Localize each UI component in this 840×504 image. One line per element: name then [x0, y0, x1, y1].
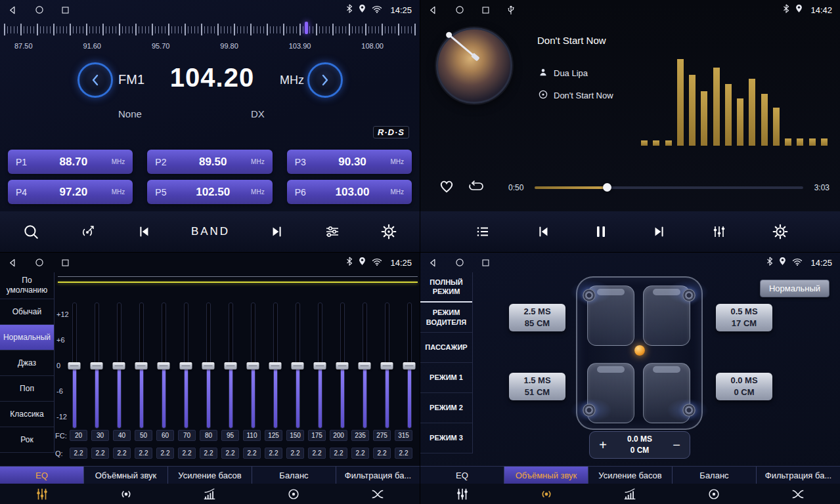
eq-band-slider[interactable]	[292, 303, 303, 429]
next-icon[interactable]	[652, 224, 667, 239]
audio-tab[interactable]: Объёмный звук	[504, 467, 588, 484]
q-value-cell[interactable]: 2.2	[373, 448, 391, 459]
preset-button[interactable]: P2 89.50 MHz	[147, 150, 272, 174]
eq-band-slider[interactable]	[91, 303, 102, 429]
recents-icon[interactable]	[481, 6, 490, 14]
audio-tab[interactable]: Объёмный звук	[84, 467, 168, 484]
eq-band-slider[interactable]	[225, 303, 236, 429]
eq-slider-handle[interactable]	[381, 362, 393, 369]
eq-band-slider[interactable]	[314, 303, 326, 429]
eq-sliders-icon[interactable]	[420, 484, 504, 504]
eq-preset-item[interactable]: По умолчанию	[0, 272, 54, 299]
fc-value-cell[interactable]: 40	[113, 430, 131, 441]
q-value-cell[interactable]: 2.2	[200, 448, 217, 459]
eq-band-slider[interactable]	[403, 303, 415, 429]
preset-button[interactable]: P5 102.50 MHz	[147, 180, 272, 204]
eq-slider-handle[interactable]	[202, 362, 215, 369]
playlist-icon[interactable]	[474, 224, 491, 240]
home-icon[interactable]	[455, 258, 464, 267]
eq-band-slider[interactable]	[113, 303, 125, 429]
eq-band-slider[interactable]	[135, 303, 147, 429]
eq-sliders-icon[interactable]	[0, 484, 84, 504]
bass-boost-icon[interactable]	[168, 484, 252, 504]
gear-icon[interactable]	[380, 223, 397, 240]
audio-tab[interactable]: Баланс	[673, 467, 757, 484]
bass-boost-icon[interactable]	[588, 484, 673, 504]
eq-slider-handle[interactable]	[91, 362, 103, 369]
eq-slider-handle[interactable]	[247, 362, 259, 369]
fc-value-cell[interactable]: 175	[308, 430, 326, 441]
preset-button[interactable]: P4 97.20 MHz	[8, 180, 133, 204]
frequency-ruler[interactable]	[0, 24, 420, 37]
fc-value-cell[interactable]: 125	[265, 430, 282, 441]
eq-slider-handle[interactable]	[336, 362, 349, 369]
filter-icon[interactable]	[756, 484, 840, 504]
gear-icon[interactable]	[772, 223, 789, 240]
eq-slider-handle[interactable]	[314, 362, 326, 369]
decrease-delay-button[interactable]: −	[663, 432, 690, 458]
eq-slider-handle[interactable]	[269, 362, 282, 369]
favorite-heart-icon[interactable]	[437, 177, 456, 197]
listening-position-marker[interactable]	[634, 345, 645, 356]
eq-slider-handle[interactable]	[292, 362, 304, 369]
eq-slider-handle[interactable]	[113, 362, 125, 369]
fc-value-cell[interactable]: 80	[200, 430, 217, 441]
fc-value-cell[interactable]: 95	[221, 430, 239, 441]
eq-preset-item[interactable]: Рок	[0, 427, 54, 453]
back-icon[interactable]	[428, 258, 438, 268]
surround-sound-icon[interactable]	[504, 484, 588, 504]
q-value-cell[interactable]: 2.2	[308, 448, 326, 459]
eq-preset-item[interactable]: Обычай	[0, 299, 54, 325]
eq-band-slider[interactable]	[247, 303, 259, 429]
eq-band-slider[interactable]	[158, 303, 169, 429]
back-icon[interactable]	[8, 258, 18, 268]
q-value-cell[interactable]: 2.2	[286, 448, 304, 459]
eq-preset-item[interactable]: Нормальный	[0, 325, 54, 350]
q-value-cell[interactable]: 2.2	[156, 448, 174, 459]
q-value-cell[interactable]: 2.2	[113, 448, 131, 459]
progress-knob[interactable]	[603, 183, 611, 192]
eq-band-slider[interactable]	[336, 303, 348, 429]
fc-value-cell[interactable]: 50	[135, 430, 152, 441]
fc-value-cell[interactable]: 70	[178, 430, 196, 441]
back-icon[interactable]	[428, 5, 438, 15]
home-icon[interactable]	[35, 5, 44, 14]
back-icon[interactable]	[8, 5, 18, 15]
tune-up-button[interactable]	[307, 62, 343, 98]
surround-sound-icon[interactable]	[84, 484, 168, 504]
fc-value-cell[interactable]: 200	[330, 430, 347, 441]
previous-icon[interactable]	[136, 224, 152, 239]
eq-slider-handle[interactable]	[68, 362, 81, 369]
fc-value-cell[interactable]: 60	[156, 430, 174, 441]
filter-icon[interactable]	[336, 484, 420, 504]
q-value-cell[interactable]: 2.2	[135, 448, 152, 459]
recents-icon[interactable]	[61, 259, 70, 267]
q-value-cell[interactable]: 2.2	[243, 448, 261, 459]
eq-slider-handle[interactable]	[180, 362, 192, 369]
fc-value-cell[interactable]: 20	[70, 430, 87, 441]
eq-slider-handle[interactable]	[403, 362, 416, 369]
delay-front-right-button[interactable]: 0.5 MS 17 CM	[716, 304, 772, 331]
eq-band-slider[interactable]	[202, 303, 214, 429]
q-value-cell[interactable]: 2.2	[70, 448, 87, 459]
q-value-cell[interactable]: 2.2	[178, 448, 196, 459]
eq-band-slider[interactable]	[180, 303, 192, 429]
audio-tab[interactable]: Усиление басов	[168, 467, 252, 484]
eq-slider-handle[interactable]	[158, 362, 170, 369]
preset-button[interactable]: P1 88.70 MHz	[8, 150, 133, 174]
eq-preset-item[interactable]: Классика	[0, 402, 54, 427]
mixer-icon[interactable]	[711, 224, 728, 240]
preset-button[interactable]: P6 103.00 MHz	[287, 180, 412, 204]
eq-slider-handle[interactable]	[225, 362, 237, 369]
delay-rear-right-button[interactable]: 0.0 MS 0 CM	[716, 373, 772, 400]
q-value-cell[interactable]: 2.2	[91, 448, 109, 459]
balance-icon[interactable]	[252, 484, 336, 504]
q-value-cell[interactable]: 2.2	[351, 448, 369, 459]
eq-preset-item[interactable]: Джаз	[0, 350, 54, 376]
fc-value-cell[interactable]: 235	[351, 430, 369, 441]
eq-band-slider[interactable]	[68, 303, 80, 429]
eq-preset-item[interactable]: Поп	[0, 376, 54, 402]
fc-value-cell[interactable]: 315	[395, 430, 412, 441]
eq-band-slider[interactable]	[381, 303, 393, 429]
home-icon[interactable]	[35, 258, 44, 267]
